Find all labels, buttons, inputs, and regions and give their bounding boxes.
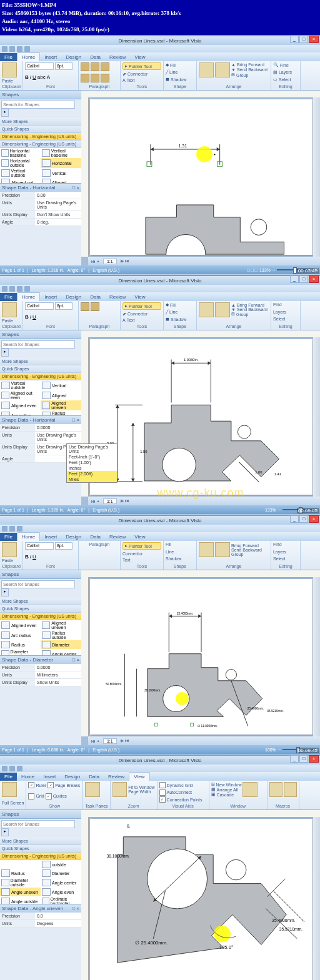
tab-data[interactable]: Data xyxy=(86,53,105,61)
svg-text:∅ 11.0000mm.: ∅ 11.0000mm. xyxy=(198,725,218,728)
connector-tool-button[interactable]: ⬈ Connector xyxy=(122,72,161,77)
svg-point-10 xyxy=(162,448,196,482)
svg-text:0.: 0. xyxy=(127,824,131,828)
svg-text:38.1000mm.: 38.1000mm. xyxy=(144,689,161,692)
pagebreaks-checkbox[interactable]: ✓ xyxy=(48,782,54,788)
layers-button[interactable]: ▤ Layers xyxy=(273,70,298,75)
font-name-combo[interactable]: Calibri xyxy=(25,62,54,70)
tab-view[interactable]: View xyxy=(130,53,149,61)
stencil-list[interactable]: Horizontal baselineVertical baseline Hor… xyxy=(0,148,81,183)
shadow-button[interactable]: ◼ Shadow xyxy=(166,77,194,82)
svg-point-39 xyxy=(176,692,189,705)
svg-point-11 xyxy=(238,425,251,438)
tab-home[interactable]: Home xyxy=(17,52,40,61)
svg-text:25.4000mm.: 25.4000mm. xyxy=(272,918,295,923)
pointer-tool-button[interactable]: ▸ Pointer Tool xyxy=(122,62,161,70)
guides-checkbox[interactable]: ✓ xyxy=(46,793,52,799)
status-bar: Page 1 of 1|Length: 1.318 in.Angle: 0°|E… xyxy=(0,265,320,274)
svg-text:∅ 25.4000mm.: ∅ 25.4000mm. xyxy=(135,940,168,946)
search-shapes-input[interactable] xyxy=(1,101,75,109)
tab-insert[interactable]: Insert xyxy=(40,53,61,61)
visio-window-1: Dimension Lines.vsd - Microsoft Visio _□… xyxy=(0,35,320,274)
minimize-button[interactable]: _ xyxy=(290,36,299,43)
svg-text:50.8000mm.: 50.8000mm. xyxy=(106,683,122,686)
more-shapes-bar[interactable]: More Shapes xyxy=(0,118,81,126)
visio-window-4: Dimension Lines.vsd - Microsoft Visio_□×… xyxy=(0,755,320,980)
maximize-button[interactable]: □ xyxy=(299,36,308,43)
quick-access-toolbar[interactable] xyxy=(0,45,320,52)
macros-button[interactable] xyxy=(269,782,282,797)
select-button[interactable]: ▭ Select xyxy=(273,77,298,82)
send-backward-button[interactable]: ▼ Send Backward xyxy=(231,67,268,72)
units-display-dropdown[interactable]: Use Drawing Page's UnitsFeet-Inch (1'-0"… xyxy=(66,443,118,483)
svg-text:1.31: 1.31 xyxy=(179,144,188,148)
vertical-scrollbar[interactable] xyxy=(313,97,320,257)
svg-point-26 xyxy=(226,670,236,680)
grid-checkbox[interactable] xyxy=(28,793,34,799)
horizontal-ruler xyxy=(81,91,320,98)
close-button[interactable]: × xyxy=(309,36,319,43)
autoalign-button[interactable] xyxy=(199,62,214,77)
quick-shapes-bar[interactable]: Quick Shapes xyxy=(0,126,81,133)
ruler-checkbox[interactable]: ✓ xyxy=(28,782,34,788)
drawing-canvas[interactable]: 1.31 ▸ ⏮ ◀1:1▶ ⏭ xyxy=(81,91,320,265)
paste-button[interactable] xyxy=(2,62,17,77)
dimensioning-stencil-bar[interactable]: Dimensioning - Engineering (US units) xyxy=(0,133,81,141)
svg-point-43 xyxy=(226,859,246,880)
svg-text:35.9210mm.: 35.9210mm. xyxy=(279,927,302,931)
taskpanes-button[interactable] xyxy=(85,782,100,797)
svg-text:38.1000mm.: 38.1000mm. xyxy=(106,854,129,858)
svg-text:25.4000mm.: 25.4000mm. xyxy=(248,707,264,710)
window-title: Dimension Lines.vsd - Microsoft Visio xyxy=(119,38,202,44)
vertical-ruler xyxy=(81,97,89,257)
zoom-button[interactable] xyxy=(112,782,128,797)
timecode: 00:03:45 xyxy=(297,268,319,274)
tab-file[interactable]: File xyxy=(0,53,17,61)
position-button[interactable] xyxy=(215,62,230,77)
shapes-header: Shapes xyxy=(0,91,81,99)
font-size-combo[interactable]: 8pt. xyxy=(55,62,72,70)
bring-forward-button[interactable]: ▲ Bring Forward xyxy=(231,62,268,67)
svg-text:▸: ▸ xyxy=(214,152,216,156)
svg-text:35.9210mm.: 35.9210mm. xyxy=(267,710,284,713)
visio-window-2: Dimension Lines.vsd - Microsoft Visio_□×… xyxy=(0,275,320,514)
shape-data-header: Shape Data - Horizontal xyxy=(2,185,55,191)
svg-text:1.50: 1.50 xyxy=(140,450,147,453)
line-button[interactable]: ╱ Line xyxy=(166,70,194,75)
tab-design[interactable]: Design xyxy=(61,53,86,61)
svg-text:135.0°: 135.0° xyxy=(219,944,233,950)
visio-window-3: Dimension Lines.vsd - Microsoft Visio_□×… xyxy=(0,515,320,754)
switch-windows-button[interactable] xyxy=(242,782,258,797)
video-info-overlay: File: 35SHOW~1.MP4 Size: 45860153 bytes … xyxy=(0,0,320,35)
addons-button[interactable] xyxy=(284,782,297,797)
svg-point-1 xyxy=(251,219,267,235)
svg-text:1.41: 1.41 xyxy=(274,472,281,476)
tab-review[interactable]: Review xyxy=(105,53,130,61)
svg-rect-5 xyxy=(147,162,152,167)
search-go-button[interactable]: ▸ xyxy=(1,109,9,117)
svg-text:25.4000mm.: 25.4000mm. xyxy=(177,612,194,615)
svg-point-8 xyxy=(196,146,212,162)
group-button[interactable]: ⊞ Group xyxy=(231,72,268,77)
fill-button[interactable]: ◆ Fill xyxy=(166,62,194,67)
text-tool-button[interactable]: A Text xyxy=(122,78,161,82)
fullscreen-button[interactable] xyxy=(2,782,17,797)
svg-rect-40 xyxy=(154,723,158,726)
svg-text:1.0030in.: 1.0030in. xyxy=(184,358,199,362)
find-button[interactable]: 🔍 Find xyxy=(273,62,298,67)
svg-rect-41 xyxy=(191,723,194,726)
svg-text:1.00: 1.00 xyxy=(255,470,262,474)
